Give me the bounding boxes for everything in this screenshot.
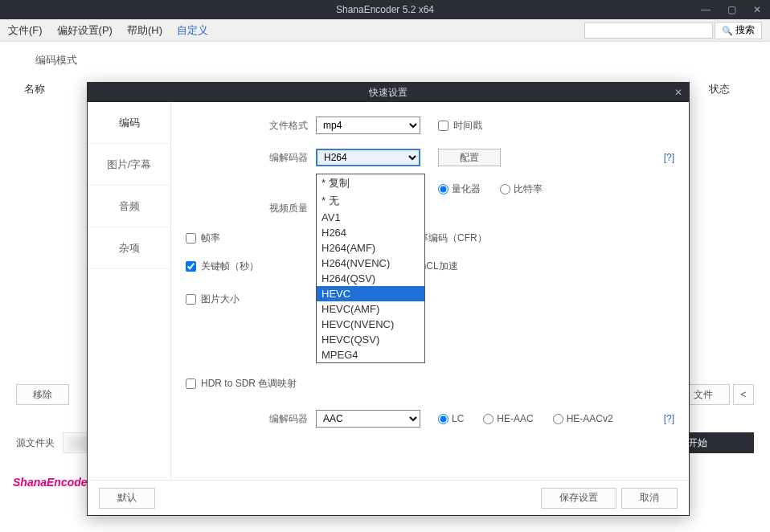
picsize-checkbox[interactable]: 图片大小: [186, 293, 240, 306]
minimize-icon[interactable]: —: [693, 4, 719, 15]
menu-preferences[interactable]: 偏好设置(P): [57, 23, 113, 38]
row-keyframe: 关键帧（秒） OpenCL加速: [186, 260, 674, 273]
default-button[interactable]: 默认: [99, 488, 155, 509]
codec-option[interactable]: H264(AMF): [317, 240, 424, 256]
aac-radio-group: LC HE-AAC HE-AACv2: [438, 413, 613, 424]
form-area: 文件格式 mp4 时间戳 编解码器 H264 配置 [?] 视频质量: [171, 102, 689, 480]
source-label: 源文件夹: [16, 436, 55, 450]
codec-option[interactable]: MPEG4: [317, 347, 424, 362]
col-state: 状态: [709, 82, 730, 96]
menu-custom[interactable]: 自定义: [177, 23, 208, 38]
dialog-close-icon[interactable]: ✕: [674, 87, 682, 98]
timestamp-check-input[interactable]: [438, 121, 448, 131]
search-icon: [722, 25, 733, 36]
dialog-titlebar: 快速设置 ✕: [88, 83, 689, 102]
picsize-label: 图片大小: [201, 293, 240, 306]
hdr-label: HDR to SDR 色调映射: [201, 377, 297, 391]
label-format: 文件格式: [186, 119, 308, 133]
caret-button[interactable]: <: [733, 384, 754, 405]
titlebar: ShanaEncoder 5.2 x64 — ▢ ✕: [0, 0, 770, 19]
codec-option[interactable]: H264: [317, 225, 424, 240]
radio-quantizer[interactable]: 量化器: [438, 182, 481, 196]
row-quality: 视频质量 量化器 比特率: [186, 181, 674, 215]
label-audio-codec: 编解码器: [186, 412, 308, 426]
keyframe-label: 关键帧（秒）: [201, 260, 259, 273]
row-format: 文件格式 mp4 时间戳: [186, 117, 674, 134]
radio-heaac[interactable]: HE-AAC: [483, 413, 533, 424]
codec-option[interactable]: AV1: [317, 210, 424, 225]
codec-option[interactable]: HEVC(QSV): [317, 332, 424, 347]
tab-encode-mode[interactable]: 编码模式: [24, 48, 88, 72]
search-button-label: 搜索: [735, 23, 755, 37]
cancel-button[interactable]: 取消: [621, 488, 678, 509]
dialog-side-tabs: 编码 图片/字幕 音频 杂项: [88, 102, 171, 480]
remove-button[interactable]: 移除: [16, 384, 69, 405]
mode-tabs: 编码模式: [0, 42, 770, 72]
main-area: 编码模式 名称 状态 移除 文件 < 源文件夹 浏览 打开 开始 ShanaEn…: [0, 42, 770, 493]
row-audio-codec: 编解码器 AAC LC HE-AAC HE-AACv2 [?]: [186, 410, 674, 428]
search-input[interactable]: [584, 23, 713, 39]
codec-option[interactable]: H264(QSV): [317, 271, 424, 286]
codec-option[interactable]: H264(NVENC): [317, 256, 424, 271]
help-link-audio[interactable]: [?]: [664, 413, 674, 424]
save-button[interactable]: 保存设置: [541, 488, 616, 509]
menu-file[interactable]: 文件(F): [8, 23, 43, 38]
radio-heaacv2[interactable]: HE-AACv2: [553, 413, 613, 424]
keyframe-checkbox[interactable]: 关键帧（秒）: [186, 260, 259, 273]
search-button[interactable]: 搜索: [715, 22, 762, 39]
timestamp-label: 时间戳: [453, 119, 482, 133]
codec-option[interactable]: HEVC(AMF): [317, 301, 424, 317]
maximize-icon[interactable]: ▢: [719, 4, 744, 15]
audio-codec-select[interactable]: AAC: [316, 410, 420, 428]
menubar: 文件(F) 偏好设置(P) 帮助(H) 自定义 搜索: [0, 19, 770, 42]
codec-option[interactable]: * 无: [317, 192, 424, 210]
window-buttons: — ▢ ✕: [693, 4, 770, 15]
quality-radio-group: 量化器 比特率: [438, 182, 543, 196]
fps-checkbox[interactable]: 帧率: [186, 231, 220, 245]
codec-dropdown-list[interactable]: * 复制* 无AV1H264H264(AMF)H264(NVENC)H264(Q…: [316, 174, 425, 363]
row-picsize: 图片大小: [186, 293, 674, 306]
row-hdr: HDR to SDR 色调映射: [186, 377, 674, 391]
dialog-title: 快速设置: [369, 86, 408, 100]
codec-option[interactable]: HEVC: [317, 286, 424, 301]
side-tab-encode[interactable]: 编码: [88, 102, 170, 144]
radio-bitrate[interactable]: 比特率: [500, 182, 543, 196]
codec-option[interactable]: * 复制: [317, 174, 424, 192]
side-tab-image-subtitle[interactable]: 图片/字幕: [88, 144, 170, 186]
label-quality: 视频质量: [186, 181, 308, 215]
help-link-codec[interactable]: [?]: [664, 152, 674, 163]
configure-button[interactable]: 配置: [438, 149, 501, 166]
label-codec: 编解码器: [186, 151, 308, 165]
app-title: ShanaEncoder 5.2 x64: [336, 4, 434, 15]
close-icon[interactable]: ✕: [744, 4, 770, 15]
menu-help[interactable]: 帮助(H): [127, 23, 162, 38]
hdr-checkbox[interactable]: HDR to SDR 色调映射: [186, 377, 297, 391]
timestamp-checkbox[interactable]: 时间戳: [438, 119, 482, 133]
codec-option[interactable]: HEVC(NVENC): [317, 317, 424, 332]
radio-lc[interactable]: LC: [438, 413, 464, 424]
row-fps: 帧率 恒定帧速率编码（CFR）: [186, 231, 674, 245]
side-tab-misc[interactable]: 杂项: [88, 227, 170, 269]
brand-logo: ShanaEncoder: [13, 476, 92, 489]
row-codec: 编解码器 H264 配置 [?]: [186, 149, 674, 166]
format-select[interactable]: mp4: [316, 117, 420, 134]
fps-label: 帧率: [201, 231, 220, 245]
codec-select[interactable]: H264: [316, 149, 420, 166]
search-wrap: 搜索: [584, 22, 762, 39]
side-tab-audio[interactable]: 音频: [88, 186, 170, 227]
dialog-footer: 默认 保存设置 取消: [88, 480, 689, 515]
